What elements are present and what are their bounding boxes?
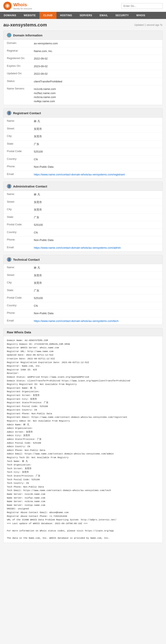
tech-name: Name: 林 凡 — [3, 264, 163, 272]
admin-email-link[interactable]: https://www.name.com/contact-domain-whoi… — [34, 246, 121, 249]
nav-item-website[interactable]: WEBSITE — [20, 12, 39, 19]
page-updated: Updated 1 second ago ↻ — [134, 23, 163, 27]
nav-item-domains[interactable]: DOMAINS — [0, 12, 20, 19]
tech-title: Technical Contact — [13, 258, 40, 261]
page-title: au-xensystems.com — [3, 22, 47, 28]
registrant-body: Name: 林 凡 Street: 东莞市 City: 东莞市 State: 广… — [3, 118, 163, 178]
tech-icon: 👤 — [7, 257, 11, 262]
nav-item-hosting[interactable]: HOSTING — [56, 12, 76, 19]
registrant-contact-card: 👤 Registrant Contact Name: 林 凡 Street: 东… — [3, 108, 163, 178]
registrant-title: Registrant Contact — [13, 111, 41, 115]
domain-row-registered: Registered On: 2022-09-02 — [3, 55, 163, 63]
nav-item-whois[interactable]: WHOIS — [133, 12, 149, 19]
tech-phone: Phone: Non-Public Data — [3, 310, 163, 317]
domain-info-body: Domain: au-xensystems.com Registrar: Nam… — [3, 40, 163, 105]
reg-country: Country: CN — [3, 156, 163, 163]
domain-row-registrar: Registrar: Name.com, Inc. — [3, 48, 163, 55]
domain-search-input[interactable] — [121, 3, 163, 9]
reg-name: Name: 林 凡 — [3, 118, 163, 125]
admin-city: City: 东莞市 — [3, 206, 163, 214]
nav-item-security[interactable]: SECURITY — [112, 12, 133, 19]
raw-whois-content: Domain Name: AU-XENSYSTEMS.COM Registry … — [3, 336, 163, 543]
admin-title: Administrative Contact — [13, 184, 47, 188]
reg-email-link[interactable]: https://www.name.com/contact-domain-whoi… — [34, 173, 125, 176]
admin-body: Name: 林 凡 Street: 东莞市 City: 东莞市 State: 广… — [3, 191, 163, 251]
raw-whois-card: Raw Whois Data Domain Name: AU-XENSYSTEM… — [3, 328, 163, 543]
nav-item-email[interactable]: EMAIL — [96, 12, 112, 19]
admin-contact-card: 👤 Administrative Contact Name: 林 凡 Stree… — [3, 182, 163, 252]
domain-row-domain: Domain: au-xensystems.com — [3, 40, 163, 48]
logo-text: Whois — [13, 2, 27, 7]
logo-icon — [3, 2, 12, 10]
admin-country: Country: CN — [3, 229, 163, 236]
nav-item-servers[interactable]: SERVERS — [76, 12, 96, 19]
admin-postal: Postal Code: 525100 — [3, 221, 163, 229]
admin-street: Street: 东莞市 — [3, 198, 163, 206]
domain-row-updated: Updated On: 2022-09-02 — [3, 70, 163, 78]
domain-info-title: Domain Information — [13, 34, 43, 37]
main-nav: DOMAINS WEBSITE CLOUD HOSTING SERVERS EM… — [0, 12, 166, 19]
tech-header: 👤 Technical Contact — [3, 255, 163, 264]
raw-whois-header: Raw Whois Data — [3, 328, 163, 336]
domain-info-header: 🌐 Domain Information — [3, 31, 163, 40]
logo-tagline: Identity for everyone — [13, 8, 32, 10]
tech-email-link[interactable]: https://www.name.com/contact-domain-whoi… — [34, 320, 118, 322]
tech-body: Name: 林 凡 Street: 东莞市 City: 东莞市 State: 广… — [3, 264, 163, 324]
admin-header: 👤 Administrative Contact — [3, 182, 163, 191]
domain-row-status: Status: clientTransferProhibited — [3, 78, 163, 86]
nav-item-cloud[interactable]: CLOUD — [39, 12, 56, 19]
domain-info-card: 🌐 Domain Information Domain: au-xensyste… — [3, 30, 163, 105]
registrant-header: 👤 Registrant Contact — [3, 108, 163, 118]
logo-text-area: Whois Identity for everyone — [13, 2, 32, 10]
updated-text: Updated 1 second ago — [134, 24, 159, 26]
domain-row-nameservers: Name Servers: ns1cnb.name.com ns2fwz.nam… — [3, 85, 163, 105]
reg-phone: Phone: Non-Public Data — [3, 163, 163, 171]
refresh-icon[interactable]: ↻ — [160, 23, 163, 27]
page-content: au-xensystems.com Updated 1 second ago ↻… — [0, 19, 166, 550]
reg-state: State: 广东 — [3, 140, 163, 148]
tech-contact-card: 👤 Technical Contact Name: 林 凡 Street: 东莞… — [3, 255, 163, 325]
logo-area: Whois Identity for everyone — [3, 2, 32, 10]
admin-state: State: 广东 — [3, 214, 163, 222]
reg-city: City: 东莞市 — [3, 133, 163, 140]
site-header: Whois Identity for everyone — [0, 0, 166, 12]
tech-country: Country: CN — [3, 302, 163, 310]
domain-icon: 🌐 — [7, 33, 11, 38]
admin-icon: 👤 — [7, 184, 11, 188]
page-header: au-xensystems.com Updated 1 second ago ↻ — [3, 22, 163, 28]
admin-email: Email: https://www.name.com/contact-doma… — [3, 244, 163, 252]
admin-phone: Phone: Non-Public Data — [3, 236, 163, 244]
registrant-icon: 👤 — [7, 111, 11, 115]
tech-state: State: 广东 — [3, 287, 163, 295]
domain-row-expires: Expires On: 2023-09-02 — [3, 63, 163, 70]
tech-city: City: 东莞市 — [3, 279, 163, 287]
reg-email: Email: https://www.name.com/contact-doma… — [3, 171, 163, 178]
tech-street: Street: 东莞市 — [3, 272, 163, 280]
tech-postal: Postal Code: 525100 — [3, 294, 163, 302]
tech-email: Email: https://www.name.com/contact-doma… — [3, 317, 163, 325]
reg-postal: Postal Code: 525100 — [3, 148, 163, 156]
reg-street: Street: 东莞市 — [3, 125, 163, 133]
admin-name: Name: 林 凡 — [3, 191, 163, 198]
